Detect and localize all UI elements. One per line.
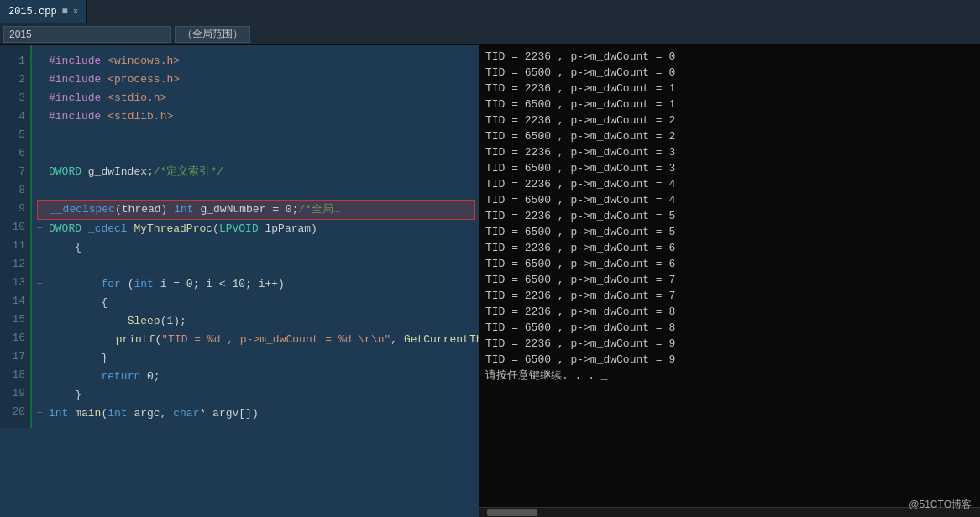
console-wrapper: TID = 2236 , p->m_dwCount = 0TID = 6500 … bbox=[479, 45, 980, 517]
token-str: <stdlib.h> bbox=[107, 107, 173, 126]
token-normal: (thread) bbox=[115, 201, 174, 219]
token-pp: #include bbox=[49, 70, 101, 89]
console-line: TID = 2236 , p->m_dwCount = 3 bbox=[485, 144, 973, 160]
console-line: TID = 2236 , p->m_dwCount = 0 bbox=[485, 49, 973, 65]
console-line: TID = 6500 , p->m_dwCount = 3 bbox=[485, 160, 973, 176]
token-kw: __declspec bbox=[50, 201, 115, 219]
console-line: TID = 6500 , p->m_dwCount = 4 bbox=[485, 192, 973, 208]
token-kw: return bbox=[101, 368, 140, 386]
token-normal: i = 0; i < 10; i++) bbox=[154, 275, 285, 294]
code-line: { bbox=[37, 294, 475, 312]
token-fn: main bbox=[75, 405, 101, 423]
watermark: @51CTO博客 bbox=[909, 498, 972, 512]
tab-modified-icon: ■ bbox=[62, 6, 68, 18]
token-normal: * argv[]) bbox=[199, 405, 258, 423]
tab-2015cpp[interactable]: 2015.cpp ■ × bbox=[0, 0, 87, 23]
code-line bbox=[37, 144, 475, 163]
collapse-icon[interactable]: − bbox=[37, 405, 47, 423]
code-line: #include <stdlib.h> bbox=[37, 107, 475, 126]
console-line: TID = 2236 , p->m_dwCount = 7 bbox=[485, 288, 973, 304]
token-str: <stdio.h> bbox=[107, 89, 166, 107]
code-content[interactable]: 1234567891011121314151617181920 #include… bbox=[0, 45, 479, 517]
scrollbar-thumb[interactable] bbox=[487, 509, 537, 516]
token-normal bbox=[128, 220, 134, 238]
token-kw: int bbox=[107, 405, 127, 423]
token-normal: ( bbox=[212, 220, 219, 238]
console-line: TID = 6500 , p->m_dwCount = 9 bbox=[485, 352, 973, 368]
code-line bbox=[37, 257, 475, 275]
token-kw: int bbox=[174, 201, 193, 219]
console-line: 请按任意键继续. . . _ bbox=[485, 368, 973, 384]
console-line: TID = 2236 , p->m_dwCount = 5 bbox=[485, 208, 973, 224]
token-kw: int bbox=[134, 275, 153, 294]
console-line: TID = 6500 , p->m_dwCount = 1 bbox=[485, 97, 973, 112]
token-normal: g_dwNumber = 0; bbox=[194, 201, 299, 219]
token-type: LPVOID bbox=[219, 220, 259, 238]
token-str: <windows.h> bbox=[107, 52, 180, 70]
code-line: Sleep(1); bbox=[37, 312, 475, 331]
token-str: <process.h> bbox=[107, 70, 180, 89]
toolbar-row: （全局范围） bbox=[0, 24, 980, 45]
console-line: TID = 2236 , p->m_dwCount = 2 bbox=[485, 112, 973, 128]
code-lines: #include <windows.h>#include <process.h>… bbox=[34, 45, 479, 430]
token-normal: } bbox=[49, 349, 107, 368]
token-normal bbox=[49, 368, 101, 386]
token-normal: , bbox=[390, 331, 404, 349]
code-line: return 0; bbox=[37, 368, 475, 386]
line-numbers: 1234567891011121314151617181920 bbox=[0, 45, 32, 428]
code-line bbox=[37, 181, 475, 200]
token-cmt: /*定义索引*/ bbox=[154, 163, 223, 181]
token-pp: #include bbox=[49, 107, 101, 126]
code-line: #include <stdio.h> bbox=[37, 89, 475, 107]
console-scrollbar-h[interactable] bbox=[479, 507, 980, 517]
main-area: 1234567891011121314151617181920 #include… bbox=[0, 45, 980, 517]
token-normal: } bbox=[49, 386, 81, 405]
token-fn: printf bbox=[116, 331, 155, 349]
collapse-icon[interactable]: − bbox=[37, 220, 47, 238]
token-kw: char bbox=[173, 405, 199, 423]
console-line: TID = 2236 , p->m_dwCount = 1 bbox=[485, 81, 973, 97]
token-normal bbox=[101, 107, 107, 126]
token-normal: ( bbox=[101, 405, 107, 423]
token-normal bbox=[68, 405, 75, 423]
token-pp: #include bbox=[49, 52, 101, 70]
token-type: DWORD bbox=[49, 163, 81, 181]
token-pp: #include bbox=[49, 89, 101, 107]
console-line: TID = 2236 , p->m_dwCount = 6 bbox=[485, 240, 973, 256]
console-line: TID = 6500 , p->m_dwCount = 0 bbox=[485, 65, 973, 81]
token-normal: { bbox=[49, 294, 107, 312]
token-normal bbox=[49, 275, 101, 294]
console-line: TID = 2236 , p->m_dwCount = 9 bbox=[485, 336, 973, 352]
console-line: TID = 6500 , p->m_dwCount = 7 bbox=[485, 272, 973, 288]
token-normal bbox=[49, 312, 128, 331]
code-line: −int main(int argc, char* argv[]) bbox=[37, 405, 475, 423]
token-normal bbox=[81, 220, 88, 238]
token-normal: g_dwIndex; bbox=[81, 163, 154, 181]
token-fn: GetCurrentThreadId bbox=[404, 331, 479, 349]
console-line: TID = 2236 , p->m_dwCount = 4 bbox=[485, 176, 973, 192]
code-line bbox=[37, 126, 475, 144]
token-normal: { bbox=[49, 238, 81, 257]
file-dropdown[interactable] bbox=[3, 26, 171, 43]
token-normal bbox=[101, 89, 107, 107]
token-cmt: /*全局… bbox=[298, 201, 339, 219]
token-str: "TID = %d , p->m_dwCount = %d \r\n" bbox=[161, 331, 390, 349]
code-line: printf("TID = %d , p->m_dwCount = %d \r\… bbox=[37, 331, 475, 349]
code-line: DWORD g_dwIndex;/*定义索引*/ bbox=[37, 163, 475, 181]
tab-close-icon[interactable]: × bbox=[73, 7, 79, 17]
code-line: } bbox=[37, 349, 475, 368]
code-line: #include <windows.h> bbox=[37, 52, 475, 70]
console-line: TID = 2236 , p->m_dwCount = 8 bbox=[485, 304, 973, 320]
code-line: −DWORD _cdecl MyThreadProc(LPVOID lpPara… bbox=[37, 220, 475, 238]
console-panel[interactable]: TID = 2236 , p->m_dwCount = 0TID = 6500 … bbox=[479, 45, 980, 507]
token-kw: _cdecl bbox=[88, 220, 128, 238]
token-normal: lpParam) bbox=[259, 220, 317, 238]
token-normal: ( bbox=[155, 331, 161, 349]
code-panel: 1234567891011121314151617181920 #include… bbox=[0, 45, 479, 517]
token-normal: 0; bbox=[140, 368, 160, 386]
code-line: #include <process.h> bbox=[37, 70, 475, 89]
token-type: DWORD bbox=[49, 220, 81, 238]
token-fn: Sleep bbox=[128, 312, 160, 331]
console-line: TID = 6500 , p->m_dwCount = 6 bbox=[485, 256, 973, 272]
collapse-icon[interactable]: − bbox=[37, 275, 47, 294]
